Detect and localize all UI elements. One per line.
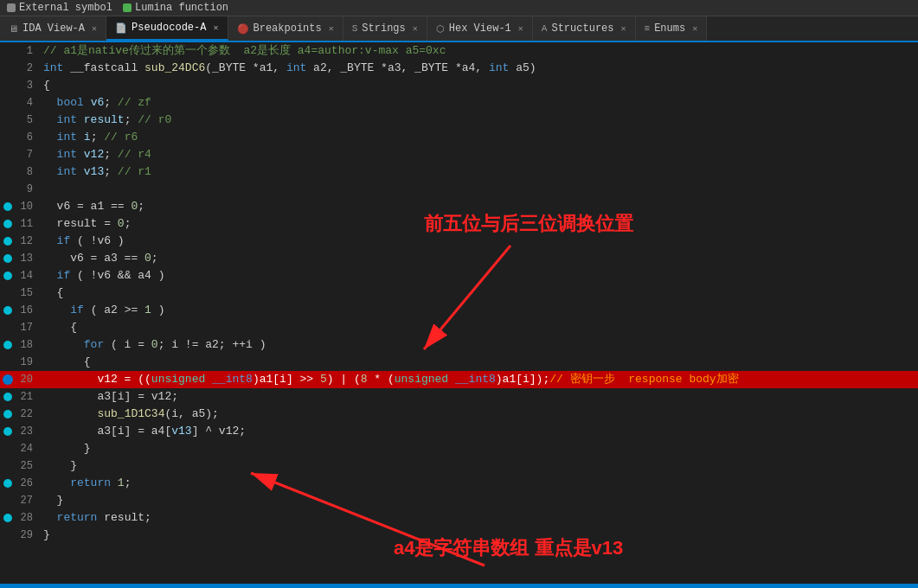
tab-close-bp[interactable]: ✕ [329,23,334,34]
line-number-13: 13 [16,250,40,267]
code-line-11: 11 result = 0; [0,215,918,233]
line-content-8: int v13; // r1 [40,163,918,181]
code-lines: 1// a1是native传过来的第一个参数 a2是长度 a4=author:v… [0,42,918,544]
line-dot-12 [0,237,16,246]
line-content-9 [40,181,918,198]
breakpoint-dot [3,427,12,436]
legend-dot-external [7,3,16,12]
code-line-21: 21 a3[i] = v12; [0,388,918,406]
code-line-13: 13 v6 = a3 == 0; [0,250,918,267]
line-number-1: 1 [16,42,40,60]
tab-close-str[interactable]: ✕ [413,23,418,34]
line-content-5: int result; // r0 [40,112,918,129]
code-line-23: 23 a3[i] = a4[v13] ^ v12; [0,423,918,440]
line-number-3: 3 [16,77,40,94]
tab-label-pseudo: Pseudocode-A [132,22,206,34]
tab-close-struct[interactable]: ✕ [620,23,626,34]
line-content-4: bool v6; // zf [40,94,918,112]
tab-label-bp: Breakpoints [254,22,322,35]
tab-breakpoints[interactable]: 🔴 Breakpoints ✕ [228,16,343,41]
breakpoint-dot [3,237,12,246]
tab-label-ida: IDA View-A [22,22,85,35]
line-content-27: } [40,492,918,509]
tab-label-enum: Enums [654,22,685,35]
line-number-24: 24 [16,440,40,457]
line-dot-16 [0,306,16,315]
line-number-26: 26 [16,475,40,492]
tab-label-hex: Hex View-1 [449,22,511,35]
tab-label-struct: Structures [551,22,613,35]
tab-close-hex[interactable]: ✕ [518,23,523,34]
code-line-26: 26 return 1; [0,475,918,492]
status-bar: CSDN @-来去之间 [0,584,918,588]
line-content-14: if ( !v6 && a4 ) [40,267,918,284]
line-content-15: { [40,284,918,302]
line-number-27: 27 [16,492,40,509]
tab-close-enum[interactable]: ✕ [692,23,697,34]
tab-icon-bp: 🔴 [237,23,249,35]
code-line-25: 25 } [0,457,918,475]
breakpoint-dot [3,254,12,263]
line-dot-22 [0,410,16,419]
breakpoint-dot [3,220,12,228]
line-number-21: 21 [16,388,40,406]
line-number-2: 2 [16,60,40,77]
line-content-29: } [40,527,918,544]
tab-bar: 🖥 IDA View-A ✕ 📄 Pseudocode-A ✕ 🔴 Breakp… [0,16,918,42]
code-line-1: 1// a1是native传过来的第一个参数 a2是长度 a4=author:v… [0,42,918,60]
top-bar: External symbol Lumina function [0,0,918,16]
tab-pseudocode[interactable]: 📄 Pseudocode-A ✕ [106,16,228,41]
line-number-6: 6 [16,129,40,146]
code-line-12: 12 if ( !v6 ) [0,233,918,250]
line-number-14: 14 [16,267,40,284]
line-dot-13 [0,254,16,263]
line-number-25: 25 [16,457,40,475]
code-area: 1// a1是native传过来的第一个参数 a2是长度 a4=author:v… [0,42,918,584]
tab-structures[interactable]: A Structures ✕ [533,16,636,41]
tab-icon-enum: ≡ [645,23,651,34]
code-line-20: 20 v12 = ((unsigned __int8)a1[i] >> 5) |… [0,371,918,388]
line-content-2: int __fastcall sub_24DC6(_BYTE *a1, int … [40,60,918,77]
tab-close-pseudo[interactable]: ✕ [213,22,218,33]
line-content-26: return 1; [40,475,918,492]
tab-close-ida[interactable]: ✕ [92,23,97,34]
line-content-11: result = 0; [40,215,918,233]
breakpoint-dot [3,341,12,349]
line-content-3: { [40,77,918,94]
line-content-7: int v12; // r4 [40,146,918,163]
tab-hex[interactable]: ⬡ Hex View-1 ✕ [427,16,533,41]
legend-label-lumina: Lumina function [135,2,228,14]
code-line-16: 16 if ( a2 >= 1 ) [0,302,918,319]
legend-lumina: Lumina function [123,2,228,14]
line-number-19: 19 [16,354,40,371]
line-dot-20 [0,374,16,385]
line-content-16: if ( a2 >= 1 ) [40,302,918,319]
line-dot-21 [0,393,16,401]
line-content-12: if ( !v6 ) [40,233,918,250]
code-line-18: 18 for ( i = 0; i != a2; ++i ) [0,336,918,354]
code-line-22: 22 sub_1D1C34(i, a5); [0,406,918,423]
line-content-17: { [40,319,918,336]
code-line-8: 8 int v13; // r1 [0,163,918,181]
line-number-10: 10 [16,198,40,215]
code-line-4: 4 bool v6; // zf [0,94,918,112]
line-number-22: 22 [16,406,40,423]
code-line-29: 29} [0,527,918,544]
line-content-25: } [40,457,918,475]
line-number-4: 4 [16,94,40,112]
line-dot-28 [0,514,16,522]
tab-ida-view[interactable]: 🖥 IDA View-A ✕ [0,16,106,41]
line-number-16: 16 [16,302,40,319]
line-number-20: 20 [16,371,40,388]
line-number-7: 7 [16,146,40,163]
line-number-23: 23 [16,423,40,440]
tab-strings[interactable]: S Strings ✕ [343,16,427,41]
breakpoint-dot [3,393,12,401]
code-line-19: 19 { [0,354,918,371]
line-content-6: int i; // r6 [40,129,918,146]
legend-label-external: External symbol [19,2,112,14]
legend-dot-lumina [123,3,132,12]
tab-icon-struct: A [542,23,548,34]
tab-enums[interactable]: ≡ Enums ✕ [636,16,708,41]
line-number-28: 28 [16,509,40,527]
